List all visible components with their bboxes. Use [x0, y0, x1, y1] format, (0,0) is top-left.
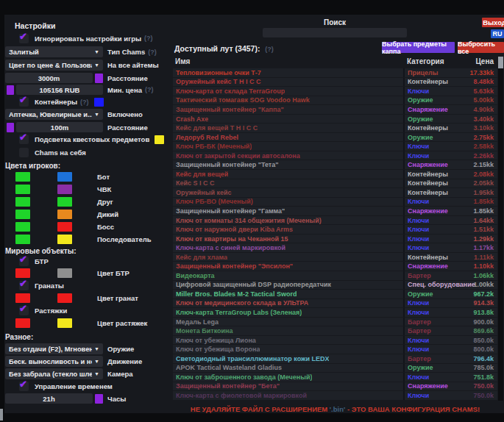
settings-title: Настройки [15, 21, 55, 30]
scrollbar-track[interactable] [498, 57, 503, 401]
hours-input[interactable]: 21h [5, 393, 93, 404]
table-row[interactable]: Оружейный кейс T H I C CКонтейнеры8.48kk [173, 78, 497, 87]
table-row[interactable]: Ключ от медицинского склада в УЛЬТРАКлюч… [173, 299, 497, 308]
distance-input[interactable]: 3000m [5, 73, 93, 83]
included-items-dropdown[interactable]: Аптечка, Ювелирные и... ▼ [5, 109, 103, 120]
item-name: Ключ от квартиры на Чеканной 15 [173, 235, 288, 243]
color-swatch[interactable] [57, 210, 72, 219]
table-row[interactable]: Кейс для вещей T H I C CКонтейнеры3.10kk [173, 124, 497, 132]
color-swatch[interactable] [57, 293, 72, 303]
color-swatch[interactable] [57, 235, 72, 244]
table-row[interactable]: Ключ от наружной двери Kiba ArmsКлючи1.5… [173, 225, 497, 234]
table-row[interactable]: Защищенный контейнер "Бета"Снаряжение750… [173, 382, 497, 391]
item-category: Ключи [408, 226, 429, 233]
table-row[interactable]: Ледоруб Red RebelОружие2.75kk [173, 133, 497, 142]
color-swatch[interactable] [15, 222, 30, 232]
distance2-input[interactable]: 100m [16, 122, 103, 132]
color-mode-dropdown[interactable]: Цвет по цене & Пользователь ▼ [5, 60, 103, 71]
item-name: Видеокарта [173, 272, 215, 279]
color-swatch[interactable] [57, 185, 72, 194]
color-swatch[interactable] [7, 123, 14, 132]
table-row[interactable]: Кейс для хламаКонтейнеры1.11kk [173, 253, 497, 262]
table-row[interactable]: Цифровой защищенный DSP радиопередатчикС… [173, 281, 497, 290]
table-row[interactable]: Ключ-карта с синей маркировкойКлючи1.17k… [173, 243, 497, 252]
table-row[interactable]: Защищенный контейнер "Гамма"Снаряжение1.… [173, 207, 497, 215]
color-swatch[interactable] [15, 235, 30, 244]
color-swatch[interactable] [95, 74, 103, 83]
table-row[interactable]: APOK Tactical Wasteland GladiusОружие785… [173, 364, 497, 373]
table-row[interactable]: Медаль LegaБартер900.0k [173, 318, 497, 326]
color-swatch[interactable] [155, 135, 164, 144]
color-swatch[interactable] [15, 318, 30, 328]
item-price: 800.0k [473, 346, 494, 353]
table-row[interactable]: Светодиодный трансиллюминатор кожи LEDXБ… [173, 354, 497, 363]
table-row[interactable]: Защищенный контейнер "Тета"Снаряжение2.1… [173, 160, 497, 169]
scrollbar-thumb[interactable] [498, 57, 503, 68]
table-row[interactable]: Тепловизионные очки Т-7Прицелы17.33kk [173, 68, 497, 77]
table-row[interactable]: Монета БиткоинаБартер869.6k [173, 326, 497, 335]
color-swatch[interactable] [15, 293, 30, 303]
weapon-dropdown[interactable]: Без отдачи (F2), Мгновенное п ▼ [5, 343, 103, 354]
movement-dropdown[interactable]: Беск. выносливость и нет уста ▼ [5, 356, 103, 367]
color-swatch[interactable] [15, 172, 30, 182]
item-category: Ключи [408, 309, 429, 316]
color-swatch[interactable] [15, 210, 30, 219]
min-price-input[interactable]: 105156 RUB [16, 85, 103, 95]
color-swatch[interactable] [57, 172, 72, 182]
ignore-game-settings-checkbox[interactable] [19, 34, 29, 43]
camera-dropdown[interactable]: Без забрала (стекло шлема) ▼ [5, 368, 103, 379]
color-swatch[interactable] [15, 185, 30, 194]
item-name: Кейс S I C C [173, 179, 215, 187]
table-row[interactable]: Ключ-карта TerraGroup Labs (Зеленая)Ключ… [173, 308, 497, 317]
color-swatch[interactable] [94, 98, 104, 107]
table-row[interactable]: Защищенный контейнер "Эпсилон"Снаряжение… [173, 262, 497, 271]
btr-checkbox[interactable] [19, 257, 29, 266]
side-tab[interactable] [0, 409, 3, 421]
color-swatch[interactable] [57, 268, 72, 278]
color-swatch[interactable] [95, 394, 103, 404]
table-row[interactable]: Защищенный контейнер "Каппа"Снаряжение4.… [173, 105, 497, 114]
item-price: 850.0k [473, 337, 494, 344]
color-swatch[interactable] [7, 85, 14, 95]
self-chams-checkbox[interactable] [19, 148, 29, 157]
item-category: Ключи [408, 299, 429, 307]
color-swatch[interactable] [57, 197, 72, 207]
table-row[interactable]: Miller Bros. Blades M-2 Tactical SwordОр… [173, 290, 497, 298]
item-price: 17.33kk [469, 69, 494, 76]
table-row[interactable]: Ключ РБ-БК (Меченый)Ключи2.58kk [173, 142, 497, 151]
select-kappa-items-button[interactable]: Выбрать предметы каппа [382, 42, 455, 53]
color-swatch[interactable] [57, 318, 72, 328]
chams-type-dropdown[interactable]: Залитый ▼ [5, 46, 103, 57]
table-row[interactable]: Ключ-карта от склада TerraGroupКлючи5.63… [173, 87, 497, 96]
drop-all-button[interactable]: Выбросить все [458, 42, 504, 53]
chevron-down-icon: ▼ [94, 346, 99, 351]
color-swatch[interactable] [57, 222, 72, 232]
table-row[interactable]: Ключ от заброшенного завода (Меченый)Клю… [173, 373, 497, 382]
color-swatch[interactable] [15, 197, 30, 207]
item-name: Цифровой защищенный DSP радиопередатчик [173, 281, 331, 288]
containers-checkbox[interactable] [19, 97, 29, 107]
exit-button[interactable]: Выход [482, 18, 504, 27]
table-row[interactable]: Оружейный кейсКонтейнеры1.95kk [173, 188, 497, 197]
tripwires-checkbox[interactable] [19, 306, 29, 315]
table-row[interactable]: Ключ от квартиры на Чеканной 15Ключи1.29… [173, 235, 497, 243]
search-input[interactable] [263, 28, 407, 37]
language-button[interactable]: RU [491, 29, 504, 38]
table-row[interactable]: Ключ от убежища ЛионаКлючи850.0k [173, 336, 497, 345]
table-row[interactable]: Ключ от убежища ВоронаКлючи800.0k [173, 345, 497, 354]
table-row[interactable]: Ключ-карта с фиолетовой маркировкойКлючи… [173, 391, 497, 400]
table-row[interactable]: Кейс для вещейКонтейнеры2.08kk [173, 170, 497, 179]
grenades-checkbox[interactable] [19, 281, 29, 290]
time-control-checkbox[interactable] [19, 382, 29, 391]
quest-highlight-checkbox[interactable] [19, 135, 29, 144]
item-price: 4.90kk [473, 106, 494, 113]
table-row[interactable]: Ключ РБ-ВО (Меченый)Ключи1.85kk [173, 198, 497, 207]
item-price: 913.8k [473, 309, 494, 316]
table-row[interactable]: Тактический томагавк SOG Voodoo HawkОруж… [173, 96, 497, 105]
table-row[interactable]: Ключ от комнаты 314 общежития (Меченый)К… [173, 216, 497, 225]
table-row[interactable]: Crash AxeОружие3.40kk [173, 115, 497, 124]
table-row[interactable]: ВидеокартаБартер1.06kk [173, 271, 497, 280]
table-row[interactable]: Кейс S I C CКонтейнеры2.05kk [173, 179, 497, 188]
table-row[interactable]: Ключ от закрытой секции автосалонаКлючи2… [173, 151, 497, 160]
color-swatch[interactable] [15, 268, 30, 278]
